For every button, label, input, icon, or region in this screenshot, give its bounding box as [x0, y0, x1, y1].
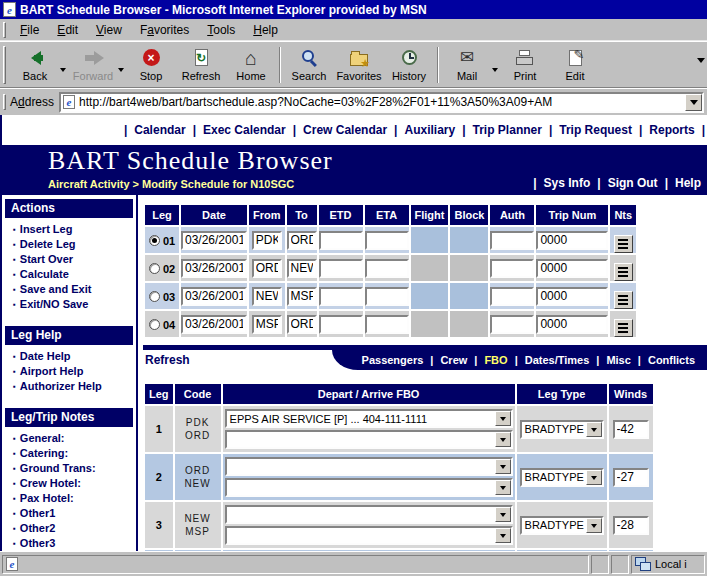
- tab-dates-times[interactable]: Dates/Times: [525, 354, 590, 366]
- eta-input-3[interactable]: [365, 287, 409, 306]
- refresh-button[interactable]: ↻ Refresh: [176, 44, 226, 86]
- leg-radio-2[interactable]: [149, 263, 160, 274]
- sidebar-item-other1[interactable]: ▪Other1: [13, 506, 133, 521]
- dropdown-button[interactable]: [586, 422, 602, 437]
- menu-favorites[interactable]: Favorites: [132, 21, 197, 39]
- edit-button[interactable]: ✎ Edit: [550, 44, 600, 86]
- from-input-1[interactable]: [252, 231, 282, 250]
- dropdown-button[interactable]: [586, 518, 602, 533]
- notes-button-2[interactable]: [614, 263, 633, 281]
- date-input-2[interactable]: [181, 259, 247, 278]
- from-input-3[interactable]: [252, 287, 282, 306]
- auth-input-1[interactable]: [490, 231, 534, 250]
- top-nav-trip-request[interactable]: Trip Request: [559, 123, 632, 137]
- refresh-link[interactable]: Refresh: [143, 350, 190, 370]
- forward-button[interactable]: Forward: [68, 44, 118, 86]
- top-nav-exec-calendar[interactable]: Exec Calendar: [203, 123, 286, 137]
- stop-button[interactable]: × Stop: [126, 44, 176, 86]
- winds-input-1[interactable]: [613, 420, 649, 439]
- toolbar-drag-grip[interactable]: [3, 46, 6, 84]
- winds-input-2[interactable]: [613, 468, 649, 487]
- favorites-button[interactable]: ★ Favorites: [334, 44, 384, 86]
- leg-type-select-2[interactable]: BRADTYPE 1: [520, 468, 604, 487]
- sidebar-item-delete-leg[interactable]: ▪Delete Leg: [13, 237, 133, 252]
- mail-button[interactable]: ✉ Mail: [442, 44, 492, 86]
- sidebar-item-save-and-exit[interactable]: ▪Save and Exit: [13, 282, 133, 297]
- notes-button-1[interactable]: [614, 235, 633, 253]
- sidebar-item-other2[interactable]: ▪Other2: [13, 521, 133, 536]
- sidebar-item-ground-trans[interactable]: ▪Ground Trans:: [13, 461, 133, 476]
- address-dropdown-button[interactable]: [685, 94, 702, 111]
- address-drag-grip[interactable]: [3, 94, 6, 110]
- sidebar-item-insert-leg[interactable]: ▪Insert Leg: [13, 222, 133, 237]
- banner-link-sign-out[interactable]: Sign Out: [608, 176, 658, 190]
- arrive-fbo-select-2[interactable]: [225, 478, 513, 497]
- auth-input-3[interactable]: [490, 287, 534, 306]
- menu-file[interactable]: File: [12, 21, 47, 39]
- sidebar-item-pax-hotel[interactable]: ▪Pax Hotel:: [13, 491, 133, 506]
- eta-input-4[interactable]: [365, 315, 409, 334]
- dropdown-button[interactable]: [586, 470, 602, 485]
- notes-button-3[interactable]: [614, 291, 633, 309]
- dropdown-button[interactable]: [495, 480, 511, 495]
- depart-fbo-select-3[interactable]: [225, 505, 513, 524]
- auth-input-2[interactable]: [490, 259, 534, 278]
- top-nav-reports[interactable]: Reports: [649, 123, 694, 137]
- to-input-3[interactable]: [287, 287, 317, 306]
- banner-link-help[interactable]: Help: [675, 176, 701, 190]
- date-input-1[interactable]: [181, 231, 247, 250]
- menu-help[interactable]: Help: [245, 21, 286, 39]
- leg-type-select-3[interactable]: BRADTYPE 1: [520, 516, 604, 535]
- search-button[interactable]: Search: [284, 44, 334, 86]
- etd-input-2[interactable]: [319, 259, 363, 278]
- menu-edit[interactable]: Edit: [49, 21, 86, 39]
- top-nav-trip-planner[interactable]: Trip Planner: [473, 123, 542, 137]
- dropdown-button[interactable]: [495, 411, 511, 426]
- sidebar-item-crew-hotel[interactable]: ▪Crew Hotel:: [13, 476, 133, 491]
- sidebar-item-exit-no-save[interactable]: ▪Exit/NO Save: [13, 297, 133, 312]
- tab-conflicts[interactable]: Conflicts: [648, 354, 695, 366]
- sidebar-item-catering[interactable]: ▪Catering:: [13, 446, 133, 461]
- to-input-1[interactable]: [287, 231, 317, 250]
- eta-input-1[interactable]: [365, 231, 409, 250]
- leg-radio-3[interactable]: [149, 291, 160, 302]
- tab-passengers[interactable]: Passengers: [362, 354, 424, 366]
- auth-input-4[interactable]: [490, 315, 534, 334]
- menu-drag-grip[interactable]: [3, 22, 6, 38]
- leg-type-select-1[interactable]: BRADTYPE 1: [520, 420, 604, 439]
- forward-dropdown-arrow[interactable]: [118, 68, 124, 75]
- depart-fbo-select-1[interactable]: EPPS AIR SERVICE [P] ... 404-111-1111: [225, 409, 513, 428]
- dropdown-button[interactable]: [495, 507, 511, 522]
- depart-fbo-select-2[interactable]: [225, 457, 513, 476]
- dropdown-button[interactable]: [495, 432, 511, 447]
- banner-link-sys-info[interactable]: Sys Info: [544, 176, 591, 190]
- sidebar-item-calculate[interactable]: ▪Calculate: [13, 267, 133, 282]
- home-button[interactable]: ⌂ Home: [226, 44, 276, 86]
- trip-num-input-2[interactable]: [536, 259, 608, 278]
- sidebar-item-airport-help[interactable]: ▪Airport Help: [13, 364, 133, 379]
- date-input-4[interactable]: [181, 315, 247, 334]
- menu-view[interactable]: View: [88, 21, 130, 39]
- to-input-4[interactable]: [287, 315, 317, 334]
- leg-radio-4[interactable]: [149, 319, 160, 330]
- print-button[interactable]: Print: [500, 44, 550, 86]
- notes-button-4[interactable]: [614, 319, 633, 337]
- leg-radio-1[interactable]: [149, 235, 160, 246]
- eta-input-2[interactable]: [365, 259, 409, 278]
- arrive-fbo-select-1[interactable]: [225, 430, 513, 449]
- trip-num-input-3[interactable]: [536, 287, 608, 306]
- sidebar-item-start-over[interactable]: ▪Start Over: [13, 252, 133, 267]
- address-input[interactable]: [75, 94, 685, 111]
- etd-input-3[interactable]: [319, 287, 363, 306]
- tab-crew[interactable]: Crew: [440, 354, 467, 366]
- dropdown-button[interactable]: [495, 528, 511, 543]
- to-input-2[interactable]: [287, 259, 317, 278]
- back-dropdown-arrow[interactable]: [60, 68, 66, 75]
- tab-misc[interactable]: Misc: [606, 354, 630, 366]
- arrive-fbo-select-3[interactable]: [225, 526, 513, 545]
- sidebar-item-date-help[interactable]: ▪Date Help: [13, 349, 133, 364]
- sidebar-item-authorizer-help[interactable]: ▪Authorizer Help: [13, 379, 133, 394]
- etd-input-4[interactable]: [319, 315, 363, 334]
- mail-dropdown-arrow[interactable]: [492, 68, 498, 75]
- winds-input-3[interactable]: [613, 516, 649, 535]
